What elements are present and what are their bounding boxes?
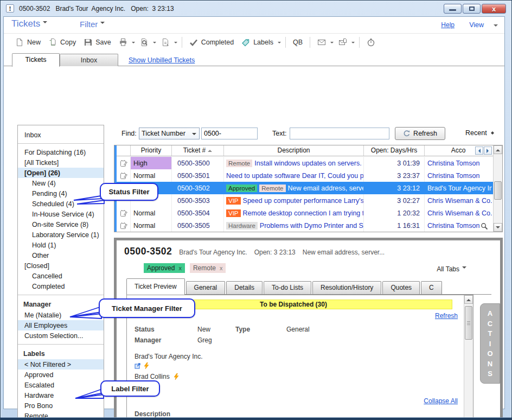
preview-dropdown-caret[interactable] <box>153 42 156 45</box>
scroll-thumb[interactable] <box>494 181 502 200</box>
sidebar-item-for-dispatching-16[interactable]: For Dispatching (16) <box>18 147 104 157</box>
ticket-label-chip-approved[interactable]: Approvedx <box>144 263 185 273</box>
print-dropdown-caret[interactable] <box>132 42 135 45</box>
ticket-row-0500-3505[interactable]: Normal 0500-3505 HardwareProblems with D… <box>117 219 493 232</box>
ticket-row-0500-3501[interactable]: Normal 0500-3501 Need to update software… <box>117 169 493 182</box>
tab-inbox[interactable]: Inbox <box>60 54 118 67</box>
detail-tab-ticket-preview[interactable]: Ticket Preview <box>126 278 185 295</box>
tab-tickets[interactable]: Tickets <box>12 53 60 67</box>
column-header-icon[interactable] <box>117 145 131 156</box>
email-button[interactable] <box>313 36 330 49</box>
actions-side-tab[interactable]: ACTIONS <box>480 303 500 384</box>
sidebar-item-completed[interactable]: Completed <box>18 281 104 291</box>
sidebar-item-on-site-service-8[interactable]: On-site Service (8) <box>18 219 104 230</box>
ticket-label-chip-remote[interactable]: Remotex <box>190 263 226 273</box>
column-header-description[interactable]: Description <box>224 145 364 156</box>
contact-name[interactable]: Brad Collins <box>135 373 170 380</box>
close-button[interactable]: x <box>482 4 506 14</box>
detail-tab-to-do-lists[interactable]: To-do Lists <box>264 281 311 294</box>
text-search-input[interactable] <box>290 128 389 139</box>
view-menu[interactable]: View <box>469 21 484 29</box>
email-pdf-button[interactable] <box>335 36 351 49</box>
timer-button[interactable] <box>363 36 379 49</box>
scroll-columns-right-button[interactable] <box>484 147 492 155</box>
pdf-dropdown-caret[interactable] <box>174 42 177 45</box>
detail-tab-c[interactable]: C <box>421 281 442 294</box>
description-cell: VIPSpeed up computer performance Larry's… <box>224 194 364 207</box>
scroll-down-button[interactable] <box>494 223 502 232</box>
sidebar-item-in-house-service-4[interactable]: In-House Service (4) <box>18 209 104 219</box>
sidebar-item-other[interactable]: Other <box>18 250 104 260</box>
remove-label-icon[interactable]: x <box>220 265 223 271</box>
manager-item-all-employees[interactable]: All Employees <box>18 320 104 330</box>
label-item-pro-bono[interactable]: Pro Bono <box>18 400 104 411</box>
filter-menu[interactable]: Filter <box>80 20 105 29</box>
sidebar-item-cancelled[interactable]: Cancelled <box>18 271 104 281</box>
column-header-open[interactable]: Open: Days/Hrs <box>364 145 425 156</box>
window-title: 0500-3502 Brad's Tour Agency Inc. Open: … <box>19 5 174 12</box>
email-pdf-dropdown-caret[interactable] <box>351 42 355 45</box>
ticket-row-0500-3502[interactable]: 0500-3502 ApprovedRemoteNew email addres… <box>117 182 493 194</box>
open-account-icon[interactable] <box>135 362 141 369</box>
detail-tab-details[interactable]: Details <box>226 281 263 294</box>
label-item-not-filtered[interactable]: < Not Filtered > <box>18 359 104 370</box>
sidebar-item-open-26[interactable]: [Open] (26) <box>18 168 104 178</box>
email-dropdown-caret[interactable] <box>330 42 334 45</box>
detail-tab-quotes[interactable]: Quotes <box>382 281 420 294</box>
account-name[interactable]: Brad's Tour Agency Inc. <box>135 353 202 360</box>
sidebar-item-laboratory-service-1[interactable]: Laboratory Service (1) <box>18 230 104 240</box>
scroll-thumb[interactable] <box>465 306 472 340</box>
quickbooks-button[interactable]: QB <box>289 36 306 48</box>
completed-label: Completed <box>201 39 234 46</box>
column-header-priority[interactable]: Priority <box>131 145 172 156</box>
remove-label-icon[interactable]: x <box>178 265 182 271</box>
help-link[interactable]: Help <box>441 21 455 29</box>
recent-dropdown[interactable]: Recent <box>465 129 494 137</box>
scroll-up-button[interactable] <box>494 145 502 154</box>
ticket-number-input[interactable] <box>201 128 258 139</box>
find-field-selector[interactable]: Ticket Number <box>139 128 200 139</box>
sidebar-item-all-tickets[interactable]: [All Tickets] <box>18 157 104 168</box>
refresh-button[interactable]: Refresh <box>395 127 445 140</box>
save-button[interactable]: Save <box>80 36 115 49</box>
sidebar-item-hold-1[interactable]: Hold (1) <box>18 240 104 250</box>
tickets-menu[interactable]: Tickets <box>11 18 47 29</box>
completed-button[interactable]: Completed <box>185 36 238 49</box>
quick-action-bolt-icon[interactable] <box>173 373 180 380</box>
show-unbilled-tickets-link[interactable]: Show Unbilled Tickets <box>129 56 195 64</box>
all-tabs-dropdown[interactable]: All Tabs <box>437 265 466 273</box>
ticket-row-0500-3503[interactable]: 0500-3503 VIPSpeed up computer performan… <box>117 194 493 207</box>
scroll-columns-left-button[interactable] <box>475 147 483 155</box>
ticket-row-0500-3500[interactable]: High 0500-3500 RemoteInstall windows upd… <box>117 157 493 169</box>
scroll-up-button[interactable] <box>464 295 473 304</box>
new-button[interactable]: New <box>11 36 44 49</box>
quick-action-bolt-icon[interactable] <box>143 362 150 369</box>
ticket-account: Brad's Tour Agency Inc. <box>179 249 247 256</box>
copy-button[interactable]: Copy <box>44 36 80 49</box>
preview-vertical-scrollbar[interactable] <box>464 295 473 420</box>
detail-tab-general[interactable]: General <box>186 281 226 294</box>
divider <box>18 344 104 345</box>
label-item-approved[interactable]: Approved <box>18 370 104 380</box>
sidebar-item-closed[interactable]: [Closed] <box>18 260 104 271</box>
column-header-ticket[interactable]: Ticket # <box>172 145 224 156</box>
labels-dropdown-caret[interactable] <box>278 42 281 45</box>
manager-item-custom-selection[interactable]: Custom Selection... <box>18 330 104 341</box>
print-button[interactable] <box>115 36 131 49</box>
export-pdf-button[interactable] <box>157 36 174 49</box>
maximize-button[interactable] <box>463 4 481 14</box>
description-text: Need to update software Dear IT, Could y… <box>226 172 363 180</box>
print-preview-button[interactable] <box>136 36 152 49</box>
collapse-all-link[interactable]: Collapse All <box>424 397 458 405</box>
recent-label: Recent <box>465 129 487 137</box>
minimize-button[interactable] <box>444 4 462 14</box>
sidebar-item-inbox[interactable]: Inbox <box>18 130 104 140</box>
ticket-row-0500-3504[interactable]: Normal 0500-3504 VIPRemote desktop conne… <box>117 207 493 219</box>
sidebar-item-new-4[interactable]: New (4) <box>18 178 104 188</box>
labels-button[interactable]: Labels <box>238 36 277 49</box>
refresh-link[interactable]: Refresh <box>435 312 458 320</box>
search-icon[interactable] <box>481 222 488 230</box>
chevron-down-icon[interactable] <box>494 24 498 29</box>
list-vertical-scrollbar[interactable] <box>493 145 502 232</box>
detail-tab-resolution-history[interactable]: Resolution/History <box>312 281 381 294</box>
